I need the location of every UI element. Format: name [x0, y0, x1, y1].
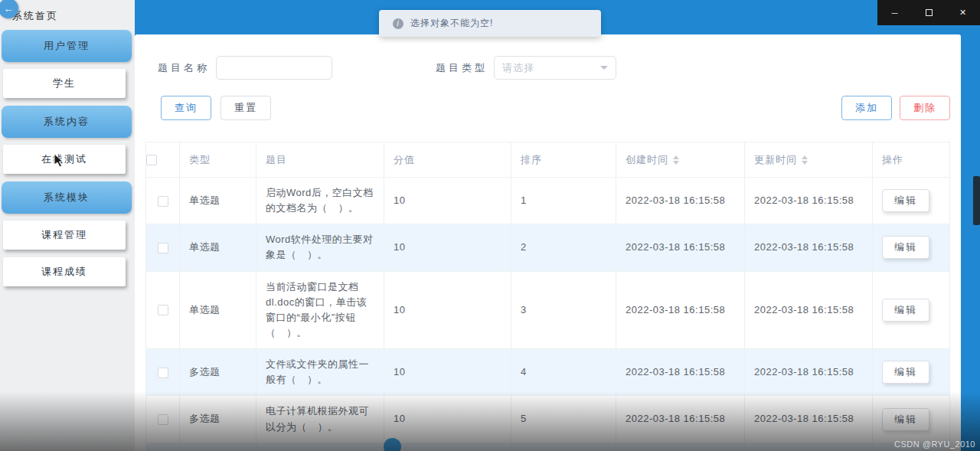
edit-button[interactable]: 编辑	[882, 408, 929, 431]
maximize-icon	[926, 9, 933, 16]
cell-created: 2022-03-18 16:15:58	[616, 224, 745, 271]
cell-created: 2022-03-18 16:15:58	[616, 349, 745, 396]
watermark-text: CSDN @RYU_2010	[894, 440, 975, 449]
sidebar: 系统首页 用户管理学生系统内容在线测试系统模块课程管理课程成绩	[0, 0, 135, 451]
cell-type: 单选题	[180, 178, 256, 224]
sidebar-item[interactable]: 系统内容	[2, 106, 132, 138]
row-checkbox[interactable]	[158, 305, 168, 315]
column-header[interactable]: 创建时间	[616, 142, 745, 178]
sidebar-item[interactable]: 学生	[3, 69, 126, 98]
cell-updated: 2022-03-18 16:15:58	[745, 396, 873, 443]
edit-button[interactable]: 编辑	[882, 299, 929, 322]
cell-title: 文件或文件夹的属性一般有（ ）。	[256, 349, 384, 396]
question-type-label: 题目类型	[436, 61, 488, 75]
cell-created: 2022-03-18 16:15:58	[616, 443, 745, 451]
delete-button[interactable]: 删除	[900, 96, 950, 120]
sidebar-item[interactable]: 系统模块	[2, 181, 132, 214]
cell-score: 10	[384, 271, 511, 349]
question-name-input[interactable]	[216, 56, 332, 80]
sidebar-item[interactable]: 用户管理	[2, 30, 132, 62]
filter-type-group: 题目类型 请选择	[436, 56, 616, 80]
reset-button[interactable]: 重置	[220, 96, 271, 120]
cell-score: 10	[384, 396, 511, 443]
cell-order: 3	[511, 271, 616, 349]
toast-text: 选择对象不能为空!	[410, 17, 493, 30]
select-all-checkbox[interactable]	[146, 155, 157, 165]
back-arrow-icon: ←	[4, 3, 14, 15]
table-row: 单选题 Word软件处理的主要对象是（ ）。 10 2 2022-03-18 1…	[146, 224, 950, 271]
question-type-select[interactable]: 请选择	[494, 56, 616, 80]
row-checkbox[interactable]	[158, 414, 168, 425]
column-header-label: 题目	[266, 154, 287, 165]
column-header: 题目	[256, 142, 384, 178]
cell-created: 2022-03-18 16:15:58	[616, 271, 745, 349]
cell-order: 6	[511, 443, 616, 451]
app-window: 系统首页 用户管理学生系统内容在线测试系统模块课程管理课程成绩 ← ─ ✕ i …	[0, 0, 980, 451]
minimize-button[interactable]: ─	[877, 0, 912, 25]
cell-score: 10	[384, 224, 511, 271]
table-row: 单选题 启动Word后，空白文档的文档名为（ ）。 10 1 2022-03-1…	[146, 178, 950, 224]
column-header-label: 创建时间	[626, 154, 668, 165]
cell-title: Word和Windows都是系统软件。	[256, 443, 384, 451]
table-row: 多选题 电子计算机根据外观可以分为（ ）。 10 5 2022-03-18 16…	[146, 396, 950, 443]
content-panel: 题目名称 题目类型 请选择 查询 重置 添加 删除	[135, 34, 961, 451]
sidebar-home-label[interactable]: 系统首页	[0, 0, 135, 30]
row-checkbox[interactable]	[158, 243, 168, 253]
minimize-icon: ─	[891, 8, 897, 18]
maximize-button[interactable]	[912, 0, 946, 25]
sidebar-menu: 用户管理学生系统内容在线测试系统模块课程管理课程成绩	[0, 30, 135, 286]
cell-type: 多选题	[180, 349, 256, 396]
window-titlebar: ─ ✕	[877, 0, 980, 25]
search-button[interactable]: 查询	[161, 96, 211, 120]
cell-updated: 2022-03-18 16:15:58	[745, 178, 873, 224]
table-row: 单选题 当前活动窗口是文档dl.doc的窗口，单击该窗口的“最小化”按钮（ ）。…	[146, 271, 950, 349]
cell-order: 1	[511, 178, 616, 224]
cell-created: 2022-03-18 16:15:58	[616, 396, 745, 443]
column-header-label: 分值	[394, 154, 415, 165]
column-header: 类型	[180, 142, 256, 178]
column-header-label: 操作	[882, 154, 903, 165]
cell-type: 单选题	[180, 224, 256, 271]
sidebar-item[interactable]: 课程管理	[3, 221, 126, 250]
cell-title: 启动Word后，空白文档的文档名为（ ）。	[256, 178, 384, 224]
edit-button[interactable]: 编辑	[882, 236, 929, 259]
sort-icon[interactable]	[673, 155, 679, 165]
close-icon: ✕	[959, 8, 966, 18]
cell-title: 电子计算机根据外观可以分为（ ）。	[256, 396, 384, 443]
column-header-label: 类型	[189, 154, 211, 165]
cell-score: 5	[384, 443, 511, 451]
cell-created: 2022-03-18 16:15:58	[616, 178, 745, 224]
edit-button[interactable]: 编辑	[882, 189, 929, 212]
cell-type: 多选题	[180, 396, 256, 443]
add-button[interactable]: 添加	[841, 96, 892, 120]
cell-title: 当前活动窗口是文档dl.doc的窗口，单击该窗口的“最小化”按钮（ ）。	[256, 271, 384, 349]
column-header-label: 更新时间	[754, 154, 797, 165]
column-header[interactable]: 更新时间	[745, 142, 873, 178]
loading-spinner	[384, 438, 401, 451]
cell-score: 10	[384, 178, 511, 224]
filter-bar: 题目名称 题目类型 请选择	[145, 56, 950, 80]
table-row: 多选题 文件或文件夹的属性一般有（ ）。 10 4 2022-03-18 16:…	[146, 349, 950, 396]
column-header-label: 排序	[521, 154, 542, 165]
cell-updated: 2022-03-18 16:15:58	[745, 349, 873, 396]
chevron-down-icon	[600, 66, 608, 70]
close-button[interactable]: ✕	[946, 0, 980, 25]
cell-type: 单选题	[180, 271, 256, 349]
questions-table: 类型题目分值排序创建时间更新时间操作 单选题 启动Word后，空白文档的文档名为…	[145, 142, 950, 451]
sidebar-item[interactable]: 课程成绩	[3, 257, 126, 286]
select-all-header	[146, 142, 180, 178]
info-icon: i	[393, 18, 403, 29]
cell-order: 2	[511, 224, 616, 271]
cell-updated: 2022-03-18 16:15:58	[745, 224, 873, 271]
sidebar-item[interactable]: 在线测试	[3, 145, 126, 174]
cell-order: 4	[511, 349, 616, 396]
cell-updated: 2022-03-18 16:15:58	[745, 443, 873, 451]
edit-button[interactable]: 编辑	[882, 361, 929, 384]
row-checkbox[interactable]	[158, 368, 168, 378]
row-checkbox[interactable]	[158, 196, 168, 207]
cell-title: Word软件处理的主要对象是（ ）。	[256, 224, 384, 271]
sort-icon[interactable]	[802, 155, 808, 165]
scrollbar-thumb[interactable]	[973, 176, 980, 225]
cell-order: 5	[511, 396, 616, 443]
cell-score: 10	[384, 349, 511, 396]
